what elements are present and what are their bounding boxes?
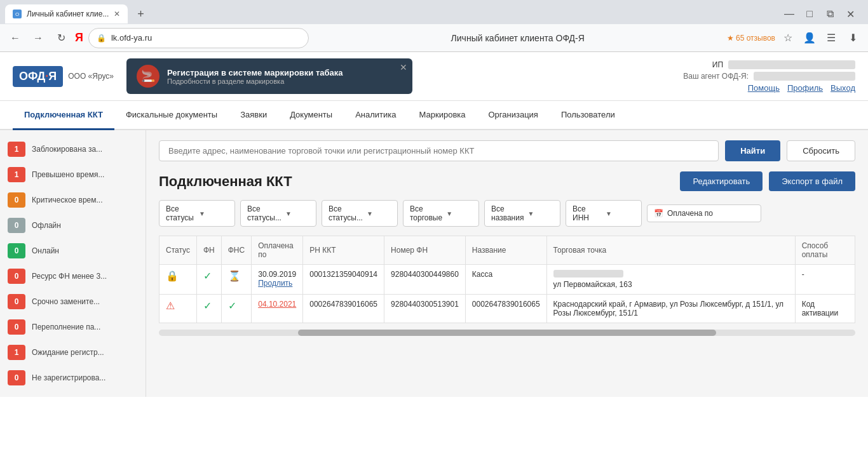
logo-area: ОФД·Я ООО «Ярус» — [13, 66, 114, 87]
active-tab[interactable]: О Личный кабинет клие... ✕ — [5, 4, 128, 23]
col-rn: РН ККТ — [303, 236, 384, 265]
tab-title: Личный кабинет клие... — [27, 10, 109, 18]
nav-analytics[interactable]: Аналитика — [344, 101, 407, 130]
filter-date[interactable]: 📅 Оплачена по — [647, 204, 761, 222]
agent-name-blurred — [754, 72, 855, 81]
filter-name[interactable]: Все названия ▼ — [484, 200, 560, 227]
reset-button[interactable]: Сбросить — [787, 140, 855, 161]
sidebar-item-blocked[interactable]: 1 Заблокирована за... — [0, 137, 146, 162]
bookmark-icon[interactable]: ☆ — [779, 29, 797, 47]
horizontal-scrollbar[interactable] — [159, 330, 855, 336]
ad-icon: 🚬 — [137, 65, 159, 88]
scrollbar-thumb[interactable] — [298, 330, 716, 336]
table-header-row: Статус ФН ФНС Оплаченапо РН ККТ Номер ФН… — [159, 236, 855, 265]
sidebar-item-offline[interactable]: 0 Офлайн — [0, 213, 146, 238]
sidebar-item-overtime[interactable]: 1 Превышено время... — [0, 162, 146, 187]
badge-critical: 0 — [8, 192, 25, 208]
filter-status2[interactable]: Все статусы... ▼ — [240, 200, 316, 227]
badge-fn-resource: 0 — [8, 269, 25, 284]
minimize-btn[interactable]: — — [782, 6, 797, 22]
back-button[interactable]: ← — [6, 29, 24, 47]
yandex-logo[interactable]: Я — [75, 31, 83, 44]
badge-overflow: 0 — [8, 319, 25, 335]
search-input[interactable] — [159, 140, 719, 161]
address-bar[interactable]: 🔒 lk.ofd-ya.ru — [88, 28, 309, 48]
cell-paid-1: 30.09.2019 Продлить — [252, 265, 303, 295]
badge-waiting: 1 — [8, 345, 25, 360]
nav-marking[interactable]: Маркировка — [408, 101, 477, 130]
cell-status-2: ⚠ — [159, 295, 197, 323]
sidebar-label-offline: Офлайн — [32, 221, 138, 230]
tab-close-btn[interactable]: ✕ — [114, 10, 120, 18]
forward-button[interactable]: → — [29, 29, 47, 47]
cell-trade-1: ул Первомайская, 163 — [546, 265, 795, 295]
sidebar-item-critical[interactable]: 0 Критическое врем... — [0, 187, 146, 213]
cell-fn-1: ✓ — [196, 265, 221, 295]
window-controls: — □ ⧉ ✕ — [782, 6, 863, 22]
lock-icon: 🔒 — [166, 271, 179, 281]
col-name: Название — [465, 236, 546, 265]
paid-date-2: 04.10.2021 — [258, 300, 296, 309]
filter-status[interactable]: Все статусы ▼ — [159, 200, 235, 227]
restore-btn[interactable]: ⧉ — [822, 6, 837, 22]
hourglass-icon: ⌛ — [228, 271, 241, 281]
cell-fns-2: ✓ — [221, 295, 251, 323]
ad-text: Регистрация в системе маркировки табака … — [167, 68, 343, 85]
cell-rn-1: 0001321359040914 — [303, 265, 384, 295]
cell-pay-1: - — [795, 265, 855, 295]
col-fn-num: Номер ФН — [384, 236, 466, 265]
new-tab-button[interactable]: + — [132, 5, 149, 23]
edit-button[interactable]: Редактировать — [680, 171, 763, 191]
logout-link[interactable]: Выход — [831, 83, 855, 93]
nav-org[interactable]: Организация — [477, 101, 550, 130]
trade-address-blurred — [553, 270, 623, 277]
sidebar-item-urgent[interactable]: 0 Срочно замените... — [0, 289, 146, 314]
chevron-down-icon2: ▼ — [285, 210, 309, 217]
filter-name-label: Все названия — [491, 204, 524, 222]
sidebar-item-online[interactable]: 0 Онлайн — [0, 238, 146, 264]
col-trade: Торговая точка — [546, 236, 795, 265]
reviews-label[interactable]: ★ 65 отзывов — [727, 34, 775, 43]
sidebar-item-fn-resource[interactable]: 0 Ресурс ФН менее 3... — [0, 264, 146, 289]
nav-orders[interactable]: Заявки — [229, 101, 278, 130]
extend-link-1[interactable]: Продлить — [258, 279, 296, 288]
maximize-btn[interactable]: □ — [802, 6, 817, 22]
reload-button[interactable]: ↻ — [52, 29, 70, 47]
app-header: ОФД·Я ООО «Ярус» 🚬 Регистрация в системе… — [0, 52, 868, 101]
sidebar-item-waiting[interactable]: 1 Ожидание регистр... — [0, 340, 146, 365]
filter-trade[interactable]: Все торговые ▼ — [403, 200, 479, 227]
sidebar-item-overflow[interactable]: 0 Переполнение па... — [0, 314, 146, 340]
sidebar-label-waiting: Ожидание регистр... — [32, 348, 138, 357]
browser-chrome: О Личный кабинет клие... ✕ + — □ ⧉ ✕ ← →… — [0, 0, 868, 52]
search-bar: Найти Сбросить — [159, 140, 855, 161]
filter-trade-label: Все торговые — [410, 204, 442, 222]
chevron-down-icon3: ▼ — [367, 210, 391, 217]
filter-inn[interactable]: Все ИНН ▼ — [566, 200, 642, 227]
cell-paid-2: 04.10.2021 — [252, 295, 303, 323]
browser-toolbar: ← → ↻ Я 🔒 lk.ofd-ya.ru Личный кабинет кл… — [0, 24, 868, 52]
download-icon[interactable]: ⬇ — [844, 29, 862, 47]
cell-fn-2: ✓ — [196, 295, 221, 323]
close-btn[interactable]: ✕ — [843, 6, 858, 22]
sidebar-label-urgent: Срочно замените... — [32, 297, 138, 306]
chevron-down-icon6: ▼ — [606, 210, 635, 217]
find-button[interactable]: Найти — [725, 140, 780, 161]
export-button[interactable]: Экспорт в файл — [769, 171, 855, 191]
help-link[interactable]: Помощь — [748, 83, 780, 93]
nav-users[interactable]: Пользователи — [550, 101, 627, 130]
sidebar-label-critical: Критическое врем... — [32, 196, 138, 204]
col-fns: ФНС — [221, 236, 251, 265]
filter-status3[interactable]: Все статусы... ▼ — [322, 200, 398, 227]
ad-banner: 🚬 Регистрация в системе маркировки табак… — [126, 58, 412, 94]
user-name-blurred — [728, 60, 855, 69]
section-header: Подключенная ККТ Редактировать Экспорт в… — [159, 171, 855, 191]
nav-fiscal[interactable]: Фискальные документы — [114, 101, 229, 130]
menu-icon[interactable]: ☰ — [822, 29, 840, 47]
profile-link[interactable]: Профиль — [787, 83, 823, 93]
nav-kkt[interactable]: Подключенная ККТ — [13, 101, 114, 130]
ad-close-btn[interactable]: ✕ — [400, 62, 407, 72]
profile-icon[interactable]: 👤 — [801, 29, 818, 47]
sidebar-item-notregistered[interactable]: 0 Не зарегистрирова... — [0, 365, 146, 391]
badge-overtime: 1 — [8, 167, 25, 182]
nav-docs[interactable]: Документы — [278, 101, 344, 130]
